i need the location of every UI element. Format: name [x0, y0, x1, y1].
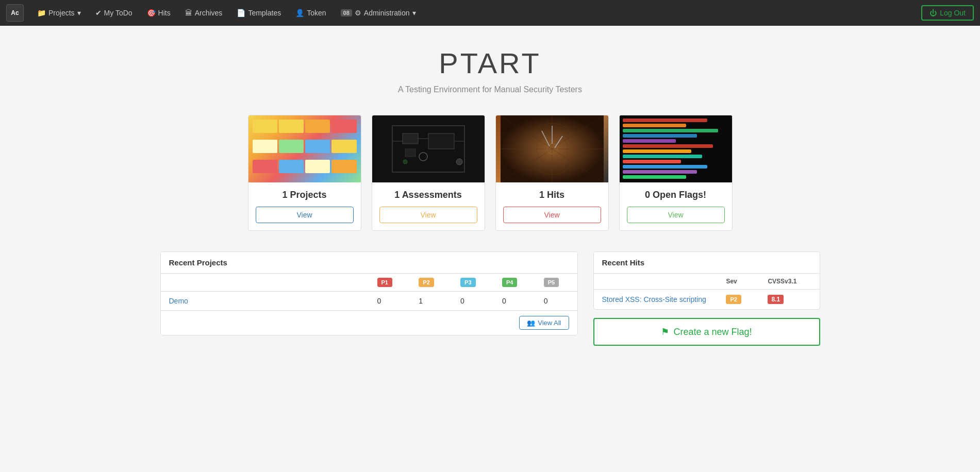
right-column: Recent Hits Sev CVSSv3.1 Stored XSS: Cro… [593, 251, 820, 346]
gear-icon: ⚙ [355, 9, 361, 17]
logout-button[interactable]: ⏻ Log Out [921, 5, 974, 21]
chevron-down-icon-admin: ▾ [412, 9, 416, 17]
app-title: PTART [160, 46, 820, 80]
projects-table-footer: 👥 View All [161, 310, 577, 335]
hits-table: Sev CVSSv3.1 Stored XSS: Cross-Site scri… [594, 274, 820, 309]
hits-icon: 🎯 [147, 9, 156, 17]
users-icon: 👥 [527, 319, 535, 327]
nav-mytodo[interactable]: ✔ My ToDo [89, 6, 139, 20]
hits-col-sev: Sev [718, 274, 759, 290]
hits-card-image [496, 115, 608, 182]
recent-projects-title: Recent Projects [161, 252, 577, 274]
svg-rect-2 [403, 133, 418, 144]
summary-cards: 1 Projects View [160, 115, 820, 231]
svg-rect-4 [405, 149, 416, 157]
projects-col-p5: P5 [536, 274, 577, 292]
nav-hits[interactable]: 🎯 Hits [141, 6, 177, 20]
recent-projects-table: Recent Projects P1 P2 P3 [160, 251, 578, 335]
assessments-card-body: 1 Assessments View [372, 182, 485, 230]
nav-archives[interactable]: 🏛 Archives [179, 6, 229, 20]
power-icon: ⏻ [929, 9, 937, 17]
project-p1-cell: 0 [369, 292, 411, 311]
projects-col-p2: P2 [410, 274, 452, 292]
projects-view-button[interactable]: View [256, 207, 354, 223]
hit-cvss-cell: 8.1 [759, 290, 819, 310]
projects-table-header-row: P1 P2 P3 P4 P5 [161, 274, 577, 292]
svg-rect-3 [428, 133, 454, 149]
recent-hits-table: Recent Hits Sev CVSSv3.1 Stored XSS: Cro… [593, 251, 820, 310]
project-p5-cell: 0 [536, 292, 577, 311]
flags-card-image [620, 115, 732, 182]
hits-card-body: 1 Hits View [496, 182, 608, 230]
svg-point-10 [403, 160, 407, 164]
bottom-section: Recent Projects P1 P2 P3 [160, 251, 820, 346]
flags-card: 0 Open Flags! View [619, 115, 733, 231]
project-p4-cell: 0 [494, 292, 536, 311]
hits-count: 1 Hits [503, 190, 601, 200]
table-row: Demo 0 1 0 0 0 [161, 292, 577, 311]
flags-count: 0 Open Flags! [627, 190, 725, 200]
templates-icon: 📄 [237, 9, 245, 17]
nav-token[interactable]: 👤 Token [289, 6, 332, 20]
projects-card: 1 Projects View [248, 115, 361, 231]
view-all-projects-button[interactable]: 👥 View All [519, 316, 569, 330]
hit-name-cell: Stored XSS: Cross-Site scripting [594, 290, 718, 310]
projects-col-p3: P3 [452, 274, 494, 292]
table-row: Stored XSS: Cross-Site scripting P2 8.1 [594, 290, 820, 310]
recent-projects-block: Recent Projects P1 P2 P3 [160, 251, 578, 335]
chevron-down-icon: ▾ [77, 9, 81, 17]
project-p2-cell: 1 [410, 292, 452, 311]
nav-administration[interactable]: 08 ⚙ Administration ▾ [335, 6, 422, 20]
assessments-card: 1 Assessments View [372, 115, 485, 231]
projects-col-p1: P1 [369, 274, 411, 292]
project-name-cell: Demo [161, 292, 369, 311]
flag-icon: ⚑ [661, 326, 669, 338]
recent-hits-title: Recent Hits [594, 252, 820, 274]
projects-table: P1 P2 P3 P4 P5 [161, 274, 577, 310]
administration-badge: 08 [341, 9, 352, 16]
main-content: PTART A Testing Environment for Manual S… [129, 26, 851, 366]
token-icon: 👤 [295, 9, 304, 17]
projects-count: 1 Projects [256, 190, 354, 200]
hits-col-name [594, 274, 718, 290]
assessments-count: 1 Assessments [379, 190, 477, 200]
brand-logo[interactable]: Ac [6, 4, 24, 22]
navbar: Ac 📁 Projects ▾ ✔ My ToDo 🎯 Hits 🏛 Archi… [0, 0, 980, 26]
nav-templates[interactable]: 📄 Templates [230, 6, 287, 20]
projects-icon: 📁 [37, 9, 46, 17]
hits-card: 1 Hits View [495, 115, 609, 231]
hits-view-button[interactable]: View [503, 207, 601, 223]
app-subtitle: A Testing Environment for Manual Securit… [160, 85, 820, 94]
assessments-view-button[interactable]: View [379, 207, 477, 223]
check-icon: ✔ [95, 9, 102, 17]
projects-card-body: 1 Projects View [248, 182, 361, 230]
hits-table-header-row: Sev CVSSv3.1 [594, 274, 820, 290]
archives-icon: 🏛 [185, 9, 192, 17]
create-flag-button[interactable]: ⚑ Create a new Flag! [593, 318, 820, 346]
hit-cvss-badge: 8.1 [768, 295, 784, 304]
flags-view-button[interactable]: View [627, 207, 725, 223]
projects-card-image [248, 115, 361, 182]
hit-severity-badge: P2 [726, 295, 741, 304]
projects-col-p4: P4 [494, 274, 536, 292]
projects-col-name [161, 274, 369, 292]
flags-card-body: 0 Open Flags! View [620, 182, 732, 230]
hits-col-cvss: CVSSv3.1 [759, 274, 819, 290]
nav-projects[interactable]: 📁 Projects ▾ [31, 6, 87, 20]
hero-section: PTART A Testing Environment for Manual S… [160, 46, 820, 94]
assessments-card-image [372, 115, 485, 182]
hit-sev-cell: P2 [718, 290, 759, 310]
project-name-link[interactable]: Demo [169, 297, 188, 305]
svg-point-9 [456, 159, 462, 165]
brand-icon: Ac [6, 4, 24, 22]
project-p3-cell: 0 [452, 292, 494, 311]
hit-name-link[interactable]: Stored XSS: Cross-Site scripting [602, 295, 706, 304]
